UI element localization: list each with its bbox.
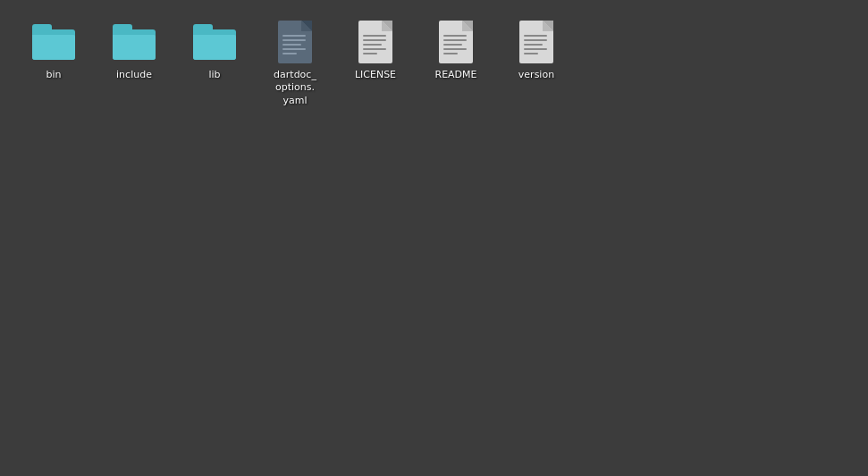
file-label: include (116, 69, 152, 81)
list-item[interactable]: version (496, 13, 577, 114)
folder-icon (32, 21, 75, 63)
file-label: README (434, 69, 476, 81)
document-icon (274, 21, 316, 63)
document-icon (434, 21, 477, 63)
file-label: dartdoc_options.yaml (274, 69, 316, 107)
list-item[interactable]: LICENSE (335, 13, 416, 114)
file-manager: bin include lib (9, 9, 581, 119)
file-label: LICENSE (355, 69, 396, 81)
folder-icon (193, 21, 236, 63)
list-item[interactable]: bin (13, 13, 94, 114)
document-icon (515, 21, 558, 63)
document-icon (354, 21, 397, 63)
file-label: lib (208, 69, 220, 81)
list-item[interactable]: README (416, 13, 496, 114)
list-item[interactable]: lib (174, 13, 255, 114)
list-item[interactable]: include (94, 13, 174, 114)
file-label: bin (46, 69, 61, 81)
list-item[interactable]: dartdoc_options.yaml (255, 13, 335, 114)
folder-icon (113, 21, 156, 63)
file-label: version (518, 69, 554, 81)
